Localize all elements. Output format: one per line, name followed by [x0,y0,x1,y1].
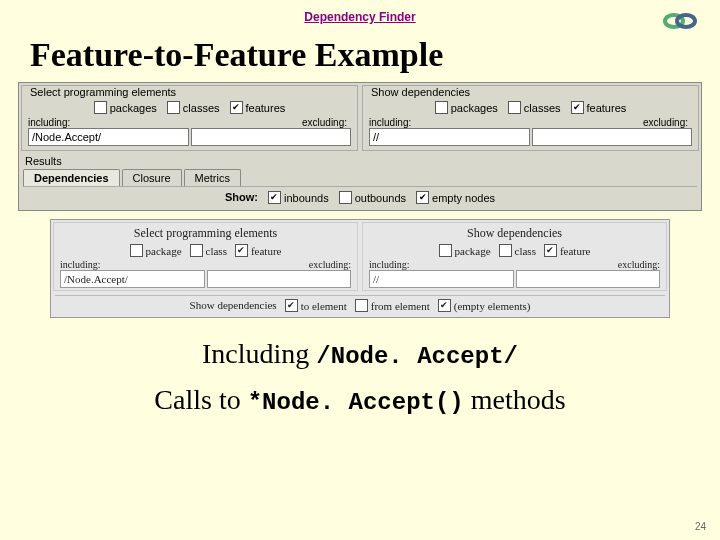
features-checkbox[interactable]: ✔ [571,101,584,114]
feature-checkbox[interactable]: ✔ [544,244,557,257]
tab-metrics[interactable]: Metrics [184,169,241,186]
to-element-checkbox[interactable]: ✔ [285,299,298,312]
including-input[interactable]: /Node.Accept/ [60,270,205,288]
class-checkbox[interactable] [499,244,512,257]
header-link[interactable]: Dependency Finder [0,0,720,24]
tab-closure[interactable]: Closure [122,169,182,186]
excluding-input[interactable] [532,128,693,146]
excluding-input[interactable] [207,270,352,288]
caption-code: /Node. Accept/ [316,343,518,370]
excluding-label: excluding: [188,117,352,128]
package-checkbox[interactable] [130,244,143,257]
inbounds-checkbox[interactable]: ✔ [268,191,281,204]
results-label: Results [19,153,701,167]
class-checkbox[interactable] [190,244,203,257]
package-checkbox[interactable] [439,244,452,257]
caption-text: methods [464,384,566,415]
tab-dependencies[interactable]: Dependencies [23,169,120,186]
including-label: including: [28,117,188,128]
excluding-label: excluding: [529,117,693,128]
caption-block: Including /Node. Accept/ Calls to *Node.… [0,338,720,416]
empty-checkbox[interactable]: ✔ [416,191,429,204]
page-number: 24 [695,521,706,532]
header-link-text[interactable]: Dependency Finder [304,10,415,24]
show-deps-group: Show dependencies package class ✔feature… [362,222,667,291]
features-checkbox[interactable]: ✔ [230,101,243,114]
classes-checkbox[interactable] [508,101,521,114]
show-deps-group: Show dependencies packages classes ✔feat… [362,85,699,151]
feature-checkbox[interactable]: ✔ [235,244,248,257]
filter-panel-1: Select programming elements packages cla… [18,82,702,211]
svg-point-1 [677,15,695,27]
including-label: including: [369,117,529,128]
packages-checkbox[interactable] [94,101,107,114]
packages-checkbox[interactable] [435,101,448,114]
show-label: Show: [225,191,258,204]
filter-panel-2: Select programming elements package clas… [50,219,670,318]
classes-checkbox[interactable] [167,101,180,114]
select-elements-group: Select programming elements packages cla… [21,85,358,151]
from-element-checkbox[interactable] [355,299,368,312]
excluding-input[interactable] [191,128,352,146]
page-title: Feature-to-Feature Example [30,36,720,74]
including-input[interactable]: /Node.Accept/ [28,128,189,146]
excluding-input[interactable] [516,270,661,288]
outbounds-checkbox[interactable] [339,191,352,204]
select-elements-group: Select programming elements package clas… [53,222,358,291]
logo-icon [660,6,700,36]
select-caption: Select programming elements [26,86,353,98]
showdeps-caption: Show dependencies [367,86,694,98]
including-input[interactable]: // [369,128,530,146]
caption-code: *Node. Accept() [248,389,464,416]
including-input[interactable]: // [369,270,514,288]
empty-elements-checkbox[interactable]: ✔ [438,299,451,312]
caption-text: Calls to [154,384,247,415]
caption-text: Including [202,338,316,369]
